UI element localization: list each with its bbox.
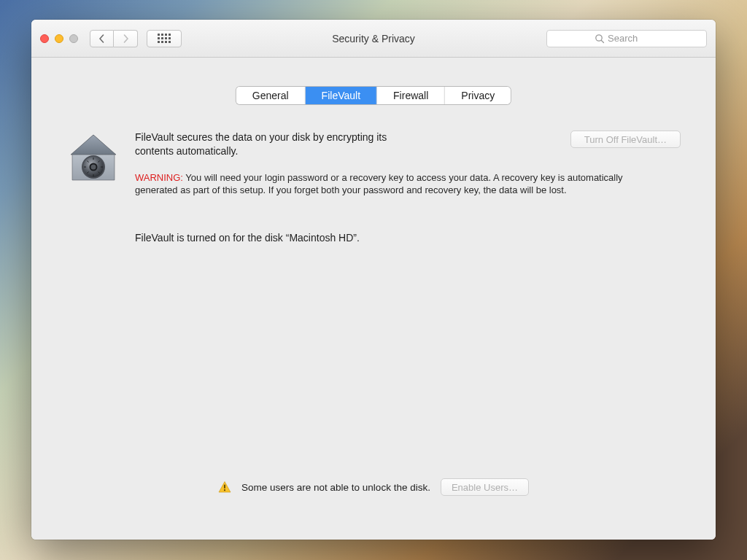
show-all-button[interactable] (147, 30, 182, 47)
warning-text: You will need your login password or a r… (135, 172, 623, 196)
tab-filevault[interactable]: FileVault (306, 87, 377, 104)
minimize-window-button[interactable] (55, 34, 63, 43)
chevron-right-icon (123, 34, 129, 43)
tab-privacy[interactable]: Privacy (445, 87, 511, 104)
filevault-headline: FileVault secures the data on your disk … (135, 131, 405, 158)
grid-icon (158, 34, 171, 43)
search-wrap: Search (546, 30, 707, 47)
content-area: General FileVault Firewall Privacy (31, 58, 716, 540)
search-input[interactable] (546, 30, 707, 47)
close-window-button[interactable] (40, 34, 49, 43)
warning-triangle-icon (218, 481, 231, 494)
svg-point-15 (224, 489, 225, 491)
svg-rect-14 (224, 485, 225, 489)
zoom-window-button (69, 34, 78, 43)
titlebar: Security & Privacy Search (31, 20, 716, 58)
enable-users-button[interactable]: Enable Users… (441, 478, 529, 496)
svg-point-5 (91, 165, 96, 170)
window-controls (40, 34, 78, 43)
tabs: General FileVault Firewall Privacy (236, 87, 511, 104)
preferences-window: Security & Privacy Search General FileVa… (31, 20, 716, 540)
warning-label: WARNING: (135, 172, 183, 183)
filevault-status: FileVault is turned on for the disk “Mac… (135, 232, 681, 244)
tab-firewall[interactable]: Firewall (377, 87, 445, 104)
filevault-icon (66, 132, 120, 186)
back-button[interactable] (90, 30, 114, 47)
warning-block: WARNING: You will need your login passwo… (135, 171, 624, 197)
forward-button[interactable] (114, 30, 138, 47)
turn-off-filevault-button[interactable]: Turn Off FileVault… (570, 131, 681, 148)
filevault-panel: FileVault secures the data on your disk … (66, 131, 681, 518)
unlock-warning-row: Some users are not able to unlock the di… (66, 478, 681, 496)
nav-group (90, 30, 138, 47)
chevron-left-icon (98, 34, 105, 43)
unlock-warning-text: Some users are not able to unlock the di… (241, 482, 430, 493)
tab-general[interactable]: General (236, 87, 306, 104)
